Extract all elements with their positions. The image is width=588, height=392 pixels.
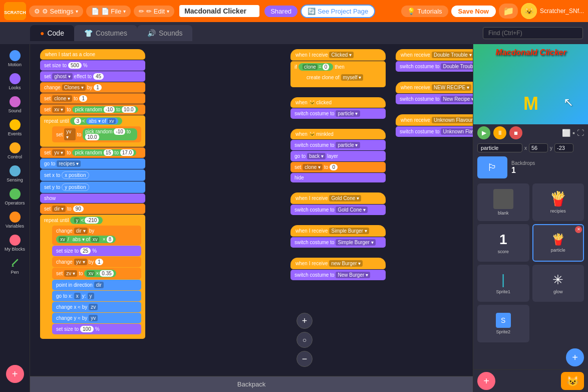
block-change-dir[interactable]: change dir ▾ by xv / abs ▾ of xv × 8 xyxy=(52,226,141,245)
block-switch-new-recipe[interactable]: switch costume to New Recipe ▾ xyxy=(396,94,473,104)
block-set-zv[interactable]: set zv ▾ to xv × 0.35 xyxy=(52,268,141,279)
block-change-x[interactable]: change x ≈ by zv xyxy=(52,302,141,312)
sprite-card-particle[interactable]: ✕ 🍟 particle xyxy=(532,224,584,262)
block-setsize[interactable]: set size to 500 % xyxy=(40,60,145,71)
zoom-out-button[interactable]: − xyxy=(297,351,313,367)
file-button[interactable]: 📄 📄 File ▾ xyxy=(86,6,131,17)
tabs-row: ● Code 👕 Costumes 🔊 Sounds xyxy=(0,22,588,44)
block-setsize3[interactable]: set size to 100 % xyxy=(52,324,141,334)
stage-medium-button[interactable]: ▪ xyxy=(572,129,575,137)
sprite-card-blank[interactable]: blank xyxy=(477,183,529,221)
block-switch-unknown-flavour[interactable]: switch costume to Unknown Flavour ▾ xyxy=(396,126,473,137)
backpack-bar[interactable]: Backpack xyxy=(30,376,473,392)
block-change-yv[interactable]: change yv ▾ by 1 xyxy=(52,257,141,267)
tab-sounds[interactable]: 🔊 Sounds xyxy=(137,25,192,41)
block-if-clone[interactable]: if clone = 0 then create clone of myself… xyxy=(290,61,386,87)
tab-code[interactable]: ● Code xyxy=(30,25,74,41)
zoom-in-button[interactable]: + xyxy=(297,313,313,329)
block-set-clone2[interactable]: set clone ▾ to 0 xyxy=(290,162,386,172)
sprite-card-glow[interactable]: ✳ glow xyxy=(532,265,584,302)
block-hat-clone[interactable]: when I start as a clone xyxy=(40,49,145,60)
play-button[interactable]: ▶ xyxy=(477,126,490,139)
block-set-dir[interactable]: set dir ▾ to 90 xyxy=(40,204,145,214)
category-control[interactable]: Control xyxy=(2,140,28,161)
category-pen[interactable]: Pen xyxy=(2,256,28,277)
add-backdrop-button[interactable]: + xyxy=(477,372,495,390)
scratch-logo[interactable]: SCRATCH xyxy=(4,2,26,20)
backdrop-preview[interactable]: 🏳 xyxy=(477,156,507,178)
block-switch-particle[interactable]: switch costume to particle ▾ xyxy=(290,108,386,119)
folder-button[interactable]: 📁 xyxy=(499,4,518,19)
block-hat-gold-cone[interactable]: when I receive Gold Cone ▾ xyxy=(290,192,386,204)
sprite-card-sprite2[interactable]: S Sprite2 xyxy=(477,305,529,342)
y-coord-input[interactable] xyxy=(554,143,573,152)
block-change-clones[interactable]: change Clones ▾ by 1 xyxy=(40,82,145,93)
category-sound[interactable]: Sound xyxy=(2,94,28,115)
stop-button[interactable]: ⏹ xyxy=(509,126,522,139)
block-hat-simple-burger[interactable]: when I receive Simple Burger ▾ xyxy=(290,225,386,237)
add-sprite-area: + xyxy=(473,345,588,369)
category-myblocks[interactable]: My Blocks xyxy=(2,233,28,254)
block-go-to-recipes[interactable]: go to recipes ▾ xyxy=(40,158,145,169)
sprite-delete-button[interactable]: ✕ xyxy=(575,226,582,233)
sprite-name-input[interactable] xyxy=(477,143,522,152)
topbar: SCRATCH ⚙ ⚙ Settings ▾ 📄 📄 File ▾ ✏ ✏ Ed… xyxy=(0,0,588,22)
pause-button[interactable]: ⏸ xyxy=(493,126,506,139)
block-switch-new-burger[interactable]: switch costume to New Burger ▾ xyxy=(290,270,386,280)
find-input[interactable] xyxy=(483,27,583,39)
code-area[interactable]: when I start as a clone set size to 500 … xyxy=(30,44,473,392)
block-set-yv2[interactable]: set yv ▾ to pick random 15 to 17.0 xyxy=(40,147,145,158)
tab-costumes[interactable]: 👕 Costumes xyxy=(74,25,137,41)
block-hat-minkled[interactable]: when 🐱 minkled xyxy=(290,129,386,139)
sprite-card-score[interactable]: 1 score xyxy=(477,224,529,262)
block-switch-gold-cone[interactable]: switch costume to Gold Cone ▾ xyxy=(290,205,386,215)
block-goto-xy[interactable]: go to x: x y: y xyxy=(52,291,141,301)
block-repeat-until[interactable]: repeat until 3 < abs ▾ of xv set yv ▾ to… xyxy=(40,115,145,147)
category-motion[interactable]: Motion xyxy=(2,48,28,69)
tutorials-button[interactable]: 💡 Tutorials xyxy=(401,6,448,17)
category-looks[interactable]: Looks xyxy=(2,71,28,92)
shared-badge[interactable]: Shared xyxy=(264,6,298,17)
project-title-input[interactable] xyxy=(179,5,259,17)
block-change-y[interactable]: change y ≈ by yv xyxy=(52,313,141,323)
category-events[interactable]: Events xyxy=(2,117,28,138)
block-hat-new-recipe[interactable]: when receive NEW RECIPE ▾ xyxy=(396,82,473,93)
block-go-back[interactable]: go to back ▾ layer xyxy=(290,151,386,161)
add-sprite-button[interactable]: + xyxy=(566,348,584,366)
category-sensing[interactable]: Sensing xyxy=(2,163,28,184)
block-set-ghost[interactable]: set ghost ▾ effect to 45 xyxy=(40,71,145,82)
see-project-button[interactable]: 🔄 See Project Page xyxy=(301,5,375,18)
block-hat-clicked[interactable]: when I receive Clicked ▾ xyxy=(290,49,386,61)
stage-fullscreen-button[interactable]: ⛶ xyxy=(577,129,584,137)
add-extension-button[interactable]: + xyxy=(6,365,24,383)
block-set-xv[interactable]: set xv ▾ to pick random -10 to 10.0 xyxy=(40,104,145,115)
block-hat-new-burger[interactable]: when I receive new Burger ▾ xyxy=(290,258,386,269)
block-hat-double-trouble[interactable]: when receive Double Trouble ▾ xyxy=(396,49,473,61)
save-now-button[interactable]: Save Now xyxy=(451,6,496,17)
sprite-card-sprite1[interactable]: | Sprite1 xyxy=(477,265,529,302)
zoom-reset-button[interactable]: ○ xyxy=(297,332,313,348)
block-set-yv[interactable]: set yv ▾ to pick random -10 to 10.0 xyxy=(52,126,141,142)
block-repeat-until2[interactable]: repeat until y < -210 change dir ▾ by xv… xyxy=(40,215,145,339)
x-coord-input[interactable] xyxy=(529,143,548,152)
edit-button[interactable]: ✏ ✏ Edit ▾ xyxy=(134,6,174,17)
block-setsize2[interactable]: set size to 25 % xyxy=(52,246,141,256)
block-point-dir[interactable]: point in direction dir xyxy=(52,280,141,290)
block-switch-particle2[interactable]: switch costume to particle ▾ xyxy=(290,140,386,150)
block-show[interactable]: show xyxy=(40,193,145,203)
settings-button[interactable]: ⚙ ⚙ Settings ▾ xyxy=(29,6,83,17)
block-set-y[interactable]: set y to y position xyxy=(40,181,145,193)
sprite-card-recipies[interactable]: 🍟 recipies xyxy=(532,183,584,221)
block-switch-simple-burger[interactable]: switch costume to Simple Burger ▾ xyxy=(290,237,386,248)
stage-small-button[interactable]: ⬜ xyxy=(562,129,570,137)
block-switch-double-trouble[interactable]: switch costume to Double Trouble ▾ xyxy=(396,61,473,72)
block-set-x[interactable]: set x to x position xyxy=(40,169,145,181)
block-create-clone[interactable]: create clone of myself ▾ xyxy=(303,72,382,83)
category-variables[interactable]: Variables xyxy=(2,210,28,231)
block-hat-sprite-clicked[interactable]: when 🐱 clicked xyxy=(290,97,386,108)
block-hat-unknown-flavour[interactable]: when receive Unknown Flavour ▾ xyxy=(396,114,473,126)
block-hide[interactable]: hide xyxy=(290,173,386,182)
block-set-clone[interactable]: set clone ▾ to 1 xyxy=(40,93,145,104)
category-operators[interactable]: Operators xyxy=(2,186,28,208)
scratch-cat-add-button[interactable]: 😺 xyxy=(561,372,584,390)
